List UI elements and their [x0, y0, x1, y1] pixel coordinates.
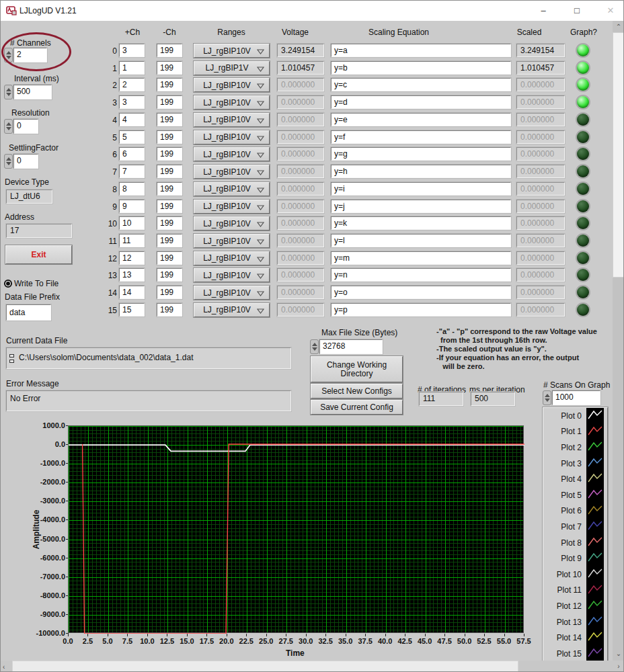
pos-channel-input[interactable]: 3 — [119, 95, 145, 109]
range-dropdown[interactable]: LJ_rgBIP10V — [194, 113, 270, 127]
horizontal-scroll-thumb[interactable] — [12, 661, 518, 672]
scaling-equation-input[interactable]: y=j — [331, 200, 511, 213]
graph-led[interactable] — [577, 131, 589, 143]
interval-input[interactable]: 500 — [13, 85, 52, 99]
legend-item[interactable]: Plot 12 — [546, 598, 604, 614]
pos-channel-input[interactable]: 13 — [119, 268, 145, 282]
neg-channel-input[interactable]: 199 — [157, 200, 182, 213]
neg-channel-input[interactable]: 199 — [157, 303, 182, 317]
graph-led[interactable] — [577, 165, 589, 177]
pos-channel-input[interactable]: 4 — [119, 113, 145, 126]
neg-channel-input[interactable]: 199 — [157, 147, 182, 161]
graph-led[interactable] — [577, 286, 589, 298]
legend-item[interactable]: Plot 13 — [546, 614, 604, 630]
legend-item[interactable]: Plot 15 — [546, 646, 604, 662]
legend-item[interactable]: Plot 4 — [546, 471, 604, 487]
range-dropdown[interactable]: LJ_rgBIP10V — [194, 303, 270, 317]
scans-on-graph-input[interactable]: 1000 — [552, 390, 600, 405]
neg-channel-input[interactable]: 199 — [157, 165, 182, 178]
channels-spinner[interactable] — [4, 48, 13, 62]
neg-channel-input[interactable]: 199 — [157, 286, 182, 299]
pos-channel-input[interactable]: 15 — [119, 303, 145, 317]
scans-on-graph-spinner[interactable] — [543, 390, 551, 405]
pos-channel-input[interactable]: 11 — [119, 234, 145, 247]
horizontal-scrollbar[interactable]: ‹ — [1, 661, 613, 672]
legend-item[interactable]: Plot 0 — [546, 408, 604, 424]
neg-channel-input[interactable]: 199 — [157, 251, 182, 265]
graph-led[interactable] — [577, 183, 589, 195]
legend-item[interactable]: Plot 5 — [546, 487, 604, 503]
range-dropdown[interactable]: LJ_rgBIP10V — [194, 200, 270, 214]
graph-led[interactable] — [577, 252, 589, 264]
graph-led[interactable] — [577, 44, 589, 56]
scroll-down-icon[interactable]: ⌄ — [613, 650, 624, 657]
pos-channel-input[interactable]: 8 — [119, 182, 145, 196]
graph-led[interactable] — [577, 62, 589, 74]
select-new-configs-button[interactable]: Select New Configs — [311, 384, 403, 398]
graph-led[interactable] — [577, 200, 589, 212]
scaling-equation-input[interactable]: y=p — [331, 303, 511, 317]
scroll-up-icon[interactable]: ⌃ — [613, 23, 624, 30]
legend-item[interactable]: Plot 3 — [546, 456, 604, 472]
scaling-equation-input[interactable]: y=k — [331, 216, 511, 230]
scaling-equation-input[interactable]: y=c — [331, 78, 511, 91]
scroll-left-icon[interactable]: ‹ — [3, 663, 5, 671]
neg-channel-input[interactable]: 199 — [157, 44, 182, 57]
scaling-equation-input[interactable]: y=n — [331, 268, 511, 282]
legend-item[interactable]: Plot 8 — [546, 535, 604, 551]
max-file-size-spinner[interactable] — [310, 339, 319, 354]
scaling-equation-input[interactable]: y=e — [331, 113, 511, 126]
change-working-directory-button[interactable]: Change Working Directory — [311, 356, 403, 382]
scaling-equation-input[interactable]: y=f — [331, 130, 511, 144]
scaling-equation-input[interactable]: y=h — [331, 165, 511, 178]
neg-channel-input[interactable]: 199 — [157, 61, 182, 75]
neg-channel-input[interactable]: 199 — [157, 113, 182, 126]
maximize-button[interactable]: □ — [561, 1, 592, 21]
neg-channel-input[interactable]: 199 — [157, 268, 182, 282]
data-file-prefix-input[interactable]: data — [6, 304, 51, 321]
legend-item[interactable]: Plot 7 — [546, 519, 604, 535]
scaling-equation-input[interactable]: y=a — [331, 44, 511, 57]
scaling-equation-input[interactable]: y=d — [331, 95, 511, 109]
settling-factor-input[interactable]: 0 — [13, 154, 38, 169]
write-to-file-radio[interactable] — [4, 280, 12, 288]
legend-item[interactable]: Plot 1 — [546, 424, 604, 440]
pos-channel-input[interactable]: 10 — [119, 216, 145, 230]
legend-item[interactable]: Plot 9 — [546, 550, 604, 566]
pos-channel-input[interactable]: 14 — [119, 286, 145, 299]
legend-item[interactable]: Plot 10 — [546, 566, 604, 583]
range-dropdown[interactable]: LJ_rgBIP10V — [194, 234, 270, 248]
scaling-equation-input[interactable]: y=g — [331, 147, 511, 161]
pos-channel-input[interactable]: 12 — [119, 251, 145, 265]
pos-channel-input[interactable]: 7 — [119, 165, 145, 178]
range-dropdown[interactable]: LJ_rgBIP10V — [194, 268, 270, 282]
vertical-scroll-thumb[interactable] — [613, 32, 624, 278]
graph-led[interactable] — [577, 96, 589, 108]
neg-channel-input[interactable]: 199 — [157, 234, 182, 247]
vertical-scrollbar[interactable]: ⌃ ⌄ — [613, 21, 624, 661]
resolution-spinner[interactable] — [4, 119, 13, 134]
address-field[interactable]: 17 — [6, 224, 72, 238]
range-dropdown[interactable]: LJ_rgBIP10V — [194, 182, 270, 196]
legend-item[interactable]: Plot 14 — [546, 630, 604, 646]
resolution-input[interactable]: 0 — [13, 119, 38, 134]
neg-channel-input[interactable]: 199 — [157, 182, 182, 196]
pos-channel-input[interactable]: 5 — [119, 130, 145, 144]
range-dropdown[interactable]: LJ_rgBIP10V — [194, 216, 270, 230]
range-dropdown[interactable]: LJ_rgBIP1V — [194, 61, 270, 75]
range-dropdown[interactable]: LJ_rgBIP10V — [194, 165, 270, 179]
neg-channel-input[interactable]: 199 — [157, 78, 182, 91]
graph-led[interactable] — [577, 269, 589, 281]
graph-led[interactable] — [577, 217, 589, 229]
neg-channel-input[interactable]: 199 — [157, 130, 182, 144]
close-button[interactable]: ✕ — [595, 1, 624, 21]
range-dropdown[interactable]: LJ_rgBIP10V — [194, 130, 270, 144]
legend-item[interactable]: Plot 11 — [546, 583, 604, 599]
exit-button[interactable]: Exit — [5, 245, 72, 264]
save-current-config-button[interactable]: Save Current Config — [311, 400, 403, 415]
pos-channel-input[interactable]: 2 — [119, 78, 145, 91]
scaling-equation-input[interactable]: y=o — [331, 286, 511, 299]
range-dropdown[interactable]: LJ_rgBIP10V — [194, 251, 270, 265]
minimize-button[interactable]: – — [528, 1, 559, 21]
neg-channel-input[interactable]: 199 — [157, 216, 182, 230]
